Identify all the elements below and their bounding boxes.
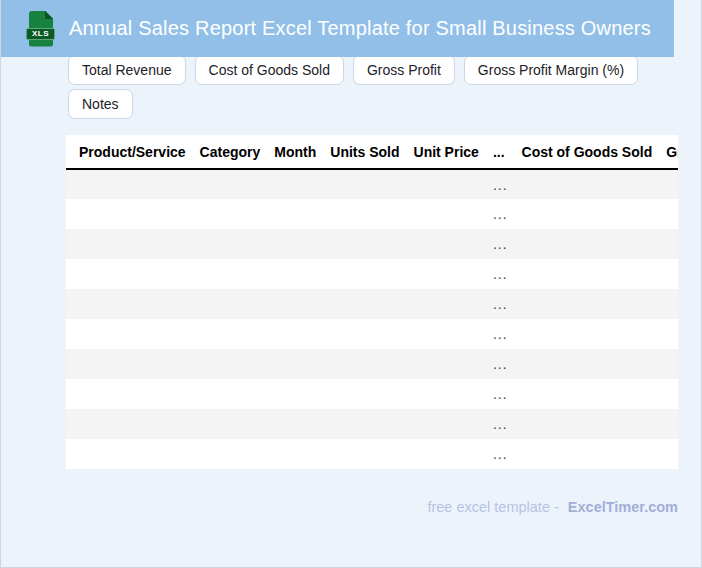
table-cell: ... (486, 319, 515, 349)
table-cell: ... (486, 169, 515, 199)
table-cell (66, 409, 193, 439)
table-row: ... (66, 319, 678, 349)
table-cell (659, 169, 678, 199)
table-cell (515, 319, 660, 349)
table-cell (66, 199, 193, 229)
column-header: Month (267, 135, 323, 169)
table-cell (407, 169, 486, 199)
table-cell: ... (486, 229, 515, 259)
table-container: Product/ServiceCategoryMonthUnits SoldUn… (66, 135, 678, 469)
table-cell (193, 289, 268, 319)
table-cell (407, 349, 486, 379)
table-cell (66, 259, 193, 289)
table-cell (407, 319, 486, 349)
table-cell (323, 439, 406, 469)
table-cell (267, 169, 323, 199)
table-cell (267, 319, 323, 349)
column-header: ... (486, 135, 515, 169)
table-cell (66, 229, 193, 259)
footer-brand-link[interactable]: ExcelTimer.com (568, 499, 678, 515)
table-cell (407, 229, 486, 259)
chip-total-revenue[interactable]: Total Revenue (68, 55, 186, 85)
table-cell (659, 319, 678, 349)
chip-cost-of-goods-sold[interactable]: Cost of Goods Sold (195, 55, 344, 85)
page-title: Annual Sales Report Excel Template for S… (69, 17, 651, 40)
table-row: ... (66, 379, 678, 409)
table-cell (515, 289, 660, 319)
table-cell (323, 169, 406, 199)
table-cell (323, 409, 406, 439)
table-cell (193, 319, 268, 349)
table-row: ... (66, 259, 678, 289)
table-cell (515, 379, 660, 409)
table-cell (515, 259, 660, 289)
chip-gross-profit-margin[interactable]: Gross Profit Margin (%) (464, 55, 638, 85)
xls-file-fold-corner (45, 11, 53, 19)
table-cell: ... (486, 439, 515, 469)
chip-notes[interactable]: Notes (68, 89, 133, 119)
table-cell (515, 439, 660, 469)
table-cell (659, 199, 678, 229)
table-cell: ... (486, 409, 515, 439)
table-cell (267, 289, 323, 319)
table-row: ... (66, 439, 678, 469)
footer-text: free excel template - (427, 499, 558, 515)
table-cell (659, 349, 678, 379)
table-row: ... (66, 409, 678, 439)
table-cell (193, 379, 268, 409)
table-cell (267, 439, 323, 469)
table-cell (66, 349, 193, 379)
table-cell (267, 409, 323, 439)
table-row: ... (66, 349, 678, 379)
column-header: Category (193, 135, 268, 169)
table-cell (323, 349, 406, 379)
table-row: ... (66, 169, 678, 199)
table-cell (66, 289, 193, 319)
footer: free excel template -ExcelTimer.com (1, 499, 701, 515)
xls-file-label: XLS (26, 28, 55, 40)
table-cell (407, 439, 486, 469)
table-cell (193, 229, 268, 259)
table-cell (407, 259, 486, 289)
table-cell (323, 229, 406, 259)
table-cell (323, 259, 406, 289)
column-header: Product/Service (66, 135, 193, 169)
table-cell: ... (486, 199, 515, 229)
sales-table: Product/ServiceCategoryMonthUnits SoldUn… (66, 135, 678, 469)
table-cell (66, 379, 193, 409)
column-header: Cost of Goods Sold (515, 135, 660, 169)
table-cell (659, 229, 678, 259)
table-cell: ... (486, 379, 515, 409)
table-cell (193, 259, 268, 289)
table-cell (193, 199, 268, 229)
table-cell (323, 289, 406, 319)
table-cell (515, 199, 660, 229)
table-cell (659, 379, 678, 409)
table-row: ... (66, 289, 678, 319)
table-cell (659, 439, 678, 469)
table-cell (323, 319, 406, 349)
table-cell (323, 199, 406, 229)
page: XLS Annual Sales Report Excel Template f… (0, 0, 702, 568)
table-cell (267, 229, 323, 259)
table-cell (515, 409, 660, 439)
table-cell (323, 379, 406, 409)
table-cell (659, 289, 678, 319)
table-cell (515, 349, 660, 379)
table-cell (193, 409, 268, 439)
header-bar: XLS Annual Sales Report Excel Template f… (1, 0, 674, 57)
table-cell (66, 439, 193, 469)
table-cell: ... (486, 289, 515, 319)
xls-file-icon: XLS (29, 11, 53, 47)
table-cell: ... (486, 349, 515, 379)
table-cell (267, 379, 323, 409)
table-cell (515, 229, 660, 259)
table-cell (193, 439, 268, 469)
table-cell (267, 259, 323, 289)
table-cell (407, 199, 486, 229)
table-cell (193, 169, 268, 199)
table-cell (267, 349, 323, 379)
table-cell (659, 409, 678, 439)
chip-gross-profit[interactable]: Gross Profit (353, 55, 455, 85)
table-cell (66, 319, 193, 349)
